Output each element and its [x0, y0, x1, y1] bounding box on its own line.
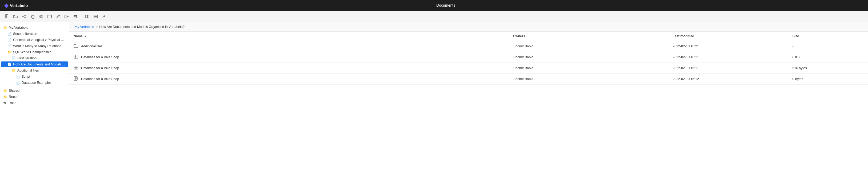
sidebar-label-recent: Recent: [9, 95, 66, 99]
doc-icon: 📄: [7, 63, 11, 66]
sidebar-label-second-iteration: Second iteration: [13, 32, 66, 36]
sidebar-item-my-vertabelo[interactable]: 📁 My Vertabelo: [1, 25, 68, 31]
doc-icon: 📄: [12, 56, 16, 60]
size-col-label: Size: [793, 34, 799, 38]
edit-button[interactable]: [54, 13, 62, 20]
open-button[interactable]: [46, 13, 53, 20]
name-col-label: Name: [73, 34, 83, 38]
toggle-button-2[interactable]: [92, 13, 99, 20]
folder-icon: 📁: [3, 26, 7, 30]
preview-button[interactable]: [37, 13, 45, 20]
sidebar-item-database-examples[interactable]: 📄 Database Examples: [1, 80, 68, 86]
file-modified-cell: 2022-02-10 16:12: [668, 74, 788, 85]
sidebar-item-how-are-documents[interactable]: 📄 How Are Documents and Models Organized…: [1, 62, 68, 67]
column-header-size[interactable]: Size: [788, 32, 868, 41]
svg-point-10: [40, 16, 42, 17]
file-modified-cell: 2022-02-10 16:11: [668, 63, 788, 74]
file-table: Name ▼ Owners Last modified Size: [69, 32, 868, 195]
doc-icon: 📄: [7, 44, 11, 48]
sidebar-item-recent[interactable]: 📁 Recent: [1, 94, 68, 100]
copy-button[interactable]: [29, 13, 36, 20]
sidebar-label-conceptual: Conceptual v Logical v Physical Model: [13, 38, 66, 42]
logo: ◆ Vertabelo: [4, 2, 28, 8]
file-modified-cell: 2022-02-10 16:11: [668, 52, 788, 63]
svg-line-7: [24, 16, 24, 16]
table-row[interactable]: Database for a Bike Shop Tihomir Babić 2…: [69, 63, 868, 74]
file-name-label: Database for a Bike Shop: [81, 77, 119, 81]
sidebar-label-sql-world: SQL World Championship: [13, 50, 66, 54]
sidebar-item-script[interactable]: 📄 Script: [1, 74, 68, 80]
db-model-alt-icon: [73, 66, 79, 71]
delete-button[interactable]: [71, 13, 79, 20]
breadcrumb-separator: >: [96, 25, 98, 29]
page-title: Documents: [28, 3, 864, 7]
file-name-cell: Database for a Bike Shop: [69, 63, 508, 74]
doc-icon: 📄: [7, 38, 11, 42]
sidebar-label-database-examples: Database Examples: [22, 81, 66, 85]
toggle-button-1[interactable]: [84, 13, 91, 20]
modified-col-label: Last modified: [673, 34, 694, 38]
sidebar-label-first-iteration: First iteration: [17, 56, 66, 60]
file-modified-cell: 2022-02-10 16:21: [668, 41, 788, 52]
column-header-modified[interactable]: Last modified: [668, 32, 788, 41]
svg-rect-20: [94, 17, 98, 18]
folder-icon: 📁: [3, 95, 7, 99]
svg-rect-14: [74, 15, 76, 18]
column-header-owners[interactable]: Owners: [508, 32, 668, 41]
sidebar-item-additional-files[interactable]: 📁 Additional files: [1, 68, 68, 73]
logo-icon: ◆: [4, 2, 8, 8]
file-owner-cell: Tihomir Babić: [508, 52, 668, 63]
folder-icon: 📁: [3, 89, 7, 92]
table-row[interactable]: Database for a Bike Shop Tihomir Babić 2…: [69, 74, 868, 85]
sidebar-item-sql-world[interactable]: 📁 SQL World Championship: [1, 49, 68, 55]
column-header-name[interactable]: Name ▼: [69, 32, 508, 41]
owners-col-label: Owners: [513, 34, 525, 38]
sidebar-label-trash: Trash: [8, 101, 66, 105]
sort-indicator: ▼: [84, 35, 87, 38]
sidebar-item-trash[interactable]: 🗑 Trash: [1, 100, 68, 106]
svg-rect-17: [85, 15, 87, 18]
svg-rect-19: [94, 15, 98, 16]
svg-rect-21: [74, 55, 78, 58]
sidebar-item-shared[interactable]: 📁 Shared: [1, 88, 68, 94]
folder-icon: 📁: [7, 50, 11, 54]
share-button[interactable]: [20, 13, 28, 20]
svg-line-8: [24, 17, 24, 17]
move-button[interactable]: [63, 13, 70, 20]
file-name-cell: Database for a Bike Shop: [69, 52, 508, 63]
db-model-icon: [73, 54, 79, 60]
svg-rect-12: [65, 15, 67, 18]
sidebar-item-first-iteration[interactable]: 📄 First iteration: [1, 55, 68, 61]
breadcrumb-current: How Are Documents and Models Organized i…: [99, 25, 185, 29]
breadcrumb-root[interactable]: My Vertabelo: [75, 25, 94, 29]
new-folder-button[interactable]: [12, 13, 19, 20]
sidebar-label-many-to-many: What is Many-to-Many Relationship in a D…: [13, 44, 66, 48]
file-owner-cell: Tihomir Babić: [508, 74, 668, 85]
export-button[interactable]: [100, 13, 108, 20]
doc-icon: 📄: [7, 32, 11, 36]
table-row[interactable]: Additional files Tihomir Babić 2022-02-1…: [69, 41, 868, 52]
sidebar-item-conceptual[interactable]: 📄 Conceptual v Logical v Physical Model: [1, 37, 68, 43]
file-size-cell: 6 KB: [788, 52, 868, 63]
file-name-label: Database for a Bike Shop: [81, 66, 119, 70]
svg-rect-9: [32, 16, 34, 18]
svg-rect-11: [48, 15, 52, 18]
table-row[interactable]: Database for a Bike Shop Tihomir Babić 2…: [69, 52, 868, 63]
file-name-label: Database for a Bike Shop: [81, 55, 119, 59]
folder-icon: 📁: [12, 69, 16, 72]
file-size-cell: 516 bytes: [788, 63, 868, 74]
breadcrumb: My Vertabelo > How Are Documents and Mod…: [69, 22, 868, 32]
sidebar-item-many-to-many[interactable]: 📄 What is Many-to-Many Relationship in a…: [1, 43, 68, 49]
topbar: ◆ Vertabelo Documents: [0, 0, 868, 11]
sidebar-item-second-iteration[interactable]: 📄 Second iteration: [1, 31, 68, 37]
trash-icon: 🗑: [3, 101, 6, 105]
sidebar-label-additional-files: Additional files: [17, 69, 66, 72]
file-size-cell: -: [788, 41, 868, 52]
file-name-cell: Database for a Bike Shop: [69, 74, 508, 85]
doc-icon: 📄: [16, 75, 20, 78]
file-owner-cell: Tihomir Babić: [508, 41, 668, 52]
sidebar-label-my-vertabelo: My Vertabelo: [9, 26, 66, 30]
new-document-button[interactable]: [3, 13, 11, 20]
sidebar-label-script: Script: [22, 75, 66, 78]
doc-icon: 📄: [16, 81, 20, 85]
